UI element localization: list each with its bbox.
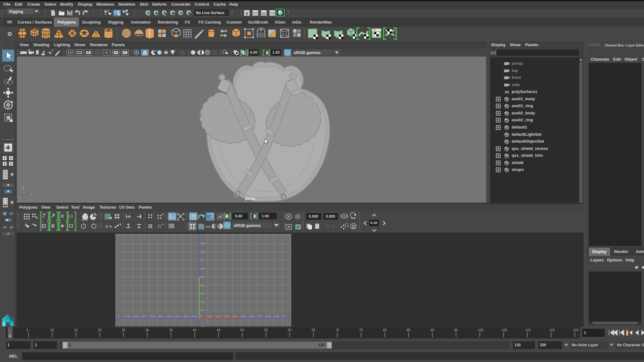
svg-text:60: 60	[288, 328, 291, 332]
svg-text:15: 15	[74, 328, 78, 332]
svg-text:-0.9: -0.9	[125, 315, 130, 318]
svg-text:90: 90	[430, 328, 434, 332]
svg-text:0.6: 0.6	[201, 267, 205, 270]
svg-text:0.6: 0.6	[250, 315, 254, 318]
svg-text:0.9: 0.9	[275, 315, 279, 318]
svg-text:0: 0	[200, 315, 202, 318]
svg-text:0.8: 0.8	[266, 315, 270, 318]
svg-text:0.4: 0.4	[201, 284, 205, 287]
svg-text:0.7: 0.7	[201, 259, 205, 262]
svg-text:-0.4: -0.4	[167, 315, 172, 318]
svg-text:20: 20	[98, 328, 102, 332]
svg-text:y: y	[23, 186, 24, 189]
svg-text:1: 1	[283, 315, 285, 318]
svg-text:70: 70	[336, 328, 339, 332]
svg-text:0.3: 0.3	[201, 292, 205, 295]
svg-text:-0.5: -0.5	[158, 315, 163, 318]
svg-text:100: 100	[478, 328, 484, 332]
svg-text:0.8: 0.8	[201, 250, 205, 254]
svg-text:120: 120	[573, 328, 579, 332]
svg-text:55: 55	[264, 328, 268, 332]
svg-text:75: 75	[359, 328, 363, 332]
svg-text:T: T	[124, 52, 125, 54]
svg-text:45: 45	[217, 328, 220, 332]
svg-text:105: 105	[502, 328, 507, 332]
svg-text:0.2: 0.2	[216, 315, 220, 318]
svg-text:0.1: 0.1	[208, 315, 212, 318]
svg-text:0.7: 0.7	[258, 315, 262, 318]
svg-text:-0.1: -0.1	[192, 315, 197, 318]
svg-text:40: 40	[193, 328, 197, 332]
svg-text:80: 80	[383, 328, 387, 332]
svg-text:0.9: 0.9	[201, 242, 205, 245]
svg-text:5: 5	[26, 328, 28, 332]
svg-text:25: 25	[122, 328, 125, 332]
svg-text:0.1: 0.1	[201, 309, 205, 312]
svg-text:x: x	[31, 193, 32, 196]
svg-text:0.000: 0.000	[326, 214, 335, 219]
svg-text:30: 30	[145, 328, 149, 332]
svg-text:0.5: 0.5	[242, 315, 246, 318]
svg-text:95: 95	[454, 328, 458, 332]
svg-text:85: 85	[407, 328, 410, 332]
svg-text:z: z	[20, 196, 21, 199]
svg-text:-0.6: -0.6	[150, 315, 155, 318]
svg-text:0.000: 0.000	[309, 214, 318, 219]
svg-text:SIM: SIM	[263, 13, 265, 15]
svg-text:0.3: 0.3	[225, 315, 229, 318]
svg-text:0.2: 0.2	[201, 300, 205, 304]
svg-text:50: 50	[240, 328, 244, 332]
svg-text:0.5: 0.5	[201, 275, 205, 278]
svg-text:-1: -1	[117, 315, 119, 318]
svg-text:-0.2: -0.2	[183, 315, 188, 318]
svg-text:1: 1	[9, 334, 11, 337]
svg-text:35: 35	[169, 328, 173, 332]
svg-text:-0.7: -0.7	[142, 315, 147, 318]
svg-text:0.4: 0.4	[233, 315, 237, 318]
svg-text:-0.3: -0.3	[175, 315, 180, 318]
svg-text:110: 110	[525, 328, 531, 332]
svg-text:RGB: RGB	[205, 226, 210, 228]
svg-text:-0.8: -0.8	[133, 315, 138, 318]
svg-text:10: 10	[50, 328, 54, 332]
svg-text:115: 115	[549, 328, 555, 332]
svg-text:65: 65	[312, 328, 315, 332]
